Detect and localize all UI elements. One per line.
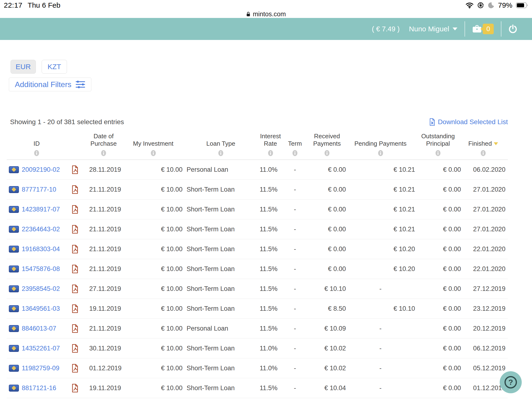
pdf-document-icon[interactable] bbox=[71, 185, 78, 194]
portfolio-button[interactable]: 0 bbox=[472, 24, 494, 34]
info-icon[interactable] bbox=[324, 150, 330, 156]
cell-finished: 27.01.2020 bbox=[461, 200, 506, 219]
cell-my-investment: € 10.00 bbox=[124, 239, 183, 259]
download-selected-list-link[interactable]: Download Selected List bbox=[429, 118, 508, 126]
cell-agreement bbox=[66, 338, 83, 358]
cell-interest-rate: 11.5% bbox=[259, 180, 282, 199]
cell-outstanding-principal: € 0.00 bbox=[415, 299, 461, 318]
cell-date-of-purchase: 21.11.2019 bbox=[83, 239, 124, 259]
cell-pending-payments: - bbox=[346, 279, 415, 298]
loan-id-link[interactable]: 14352261-07 bbox=[22, 345, 60, 352]
info-icon[interactable] bbox=[268, 150, 273, 156]
cell-agreement bbox=[66, 200, 83, 219]
pdf-document-icon[interactable] bbox=[71, 364, 78, 373]
cell-my-investment: € 10.00 bbox=[124, 378, 183, 398]
cell-term: - bbox=[282, 279, 308, 298]
loan-id-link[interactable]: 22364643-02 bbox=[22, 226, 60, 233]
cell-term: - bbox=[282, 259, 308, 279]
user-menu[interactable]: Nuno Miguel bbox=[409, 25, 457, 33]
loan-id-link[interactable]: 19168303-04 bbox=[22, 245, 60, 253]
cell-id: 8846013-07 bbox=[7, 319, 66, 338]
cell-term: - bbox=[282, 160, 308, 179]
column-header-interest-rate[interactable]: InterestRate bbox=[259, 133, 282, 159]
loan-id-link[interactable]: 8817121-16 bbox=[22, 384, 56, 392]
investments-table: ID Date ofPurchase My Investment Loan Ty… bbox=[7, 133, 508, 398]
cell-finished: 01.12.2019 bbox=[461, 378, 506, 398]
pdf-document-icon[interactable] bbox=[71, 344, 78, 353]
cell-interest-rate: 11.0% bbox=[259, 160, 282, 179]
info-icon[interactable] bbox=[101, 150, 106, 156]
pdf-document-icon[interactable] bbox=[71, 165, 78, 174]
cell-agreement bbox=[66, 299, 83, 318]
cell-term: - bbox=[282, 200, 308, 219]
column-header-finished[interactable]: Finished bbox=[461, 133, 506, 159]
help-button[interactable]: ? bbox=[500, 371, 522, 393]
cell-term: - bbox=[282, 358, 308, 378]
column-header-date-of-purchase[interactable]: Date ofPurchase bbox=[83, 133, 124, 159]
pdf-document-icon[interactable] bbox=[71, 225, 78, 234]
info-icon[interactable] bbox=[481, 150, 486, 156]
pdf-document-icon[interactable] bbox=[71, 265, 78, 273]
loan-id-link[interactable]: 8777177-10 bbox=[22, 186, 56, 193]
loan-id-link[interactable]: 20092190-02 bbox=[22, 166, 60, 173]
cell-agreement bbox=[66, 358, 83, 378]
loan-id-link[interactable]: 15475876-08 bbox=[22, 265, 60, 273]
cell-loan-type: Short-Term Loan bbox=[183, 358, 259, 378]
cell-outstanding-principal: € 0.00 bbox=[415, 219, 461, 239]
currency-tab-eur[interactable]: EUR bbox=[11, 60, 36, 74]
cell-received-payments: € 8.50 bbox=[308, 299, 346, 318]
cell-interest-rate: 11.5% bbox=[259, 378, 282, 398]
cell-finished: 23.12.2019 bbox=[461, 299, 506, 318]
currency-tab-kzt[interactable]: KZT bbox=[42, 60, 67, 74]
cell-my-investment: € 10.00 bbox=[124, 200, 183, 219]
loan-id-link[interactable]: 8846013-07 bbox=[22, 325, 56, 332]
pdf-document-icon[interactable] bbox=[71, 304, 78, 313]
column-header-id[interactable]: ID bbox=[7, 133, 66, 159]
table-row: 20092190-02 28.11.2019 € 10.00 Personal … bbox=[7, 160, 508, 180]
cell-loan-type: Short-Term Loan bbox=[183, 219, 259, 239]
column-header-pending-payments[interactable]: Pending Payments bbox=[346, 133, 415, 159]
cell-date-of-purchase: 21.11.2019 bbox=[83, 200, 124, 219]
loan-id-link[interactable]: 13649561-03 bbox=[22, 305, 60, 312]
header-divider bbox=[501, 21, 501, 37]
loan-id-link[interactable]: 14238917-07 bbox=[22, 206, 60, 213]
download-label: Download Selected List bbox=[438, 118, 508, 126]
info-icon[interactable] bbox=[218, 150, 223, 156]
table-body: 20092190-02 28.11.2019 € 10.00 Personal … bbox=[7, 160, 508, 398]
logout-button[interactable] bbox=[509, 24, 517, 34]
user-name: Nuno Miguel bbox=[409, 25, 449, 33]
column-header-received-payments[interactable]: ReceivedPayments bbox=[308, 133, 346, 159]
cell-outstanding-principal: € 0.00 bbox=[415, 160, 461, 179]
cell-pending-payments: - bbox=[346, 358, 415, 378]
pdf-document-icon[interactable] bbox=[71, 285, 78, 293]
loan-id-link[interactable]: 23958545-02 bbox=[22, 285, 60, 292]
cell-pending-payments: € 10.20 bbox=[346, 259, 415, 279]
additional-filters-button[interactable]: Additional Filters bbox=[9, 77, 91, 91]
info-icon[interactable] bbox=[378, 150, 383, 156]
country-flag-icon bbox=[9, 305, 19, 312]
cell-term: - bbox=[282, 338, 308, 358]
url-text: mintos.com bbox=[253, 11, 286, 18]
column-header-term[interactable]: Term bbox=[282, 133, 308, 159]
cell-date-of-purchase: 21.11.2019 bbox=[83, 319, 124, 338]
pdf-document-icon[interactable] bbox=[71, 324, 78, 333]
country-flag-icon bbox=[9, 206, 19, 213]
column-header-loan-type[interactable]: Loan Type bbox=[183, 133, 259, 159]
pdf-document-icon[interactable] bbox=[71, 245, 78, 253]
table-row: 8846013-07 21.11.2019 € 10.00 Personal L… bbox=[7, 319, 508, 338]
pdf-document-icon[interactable] bbox=[71, 384, 78, 393]
info-icon[interactable] bbox=[435, 150, 441, 156]
cell-finished: 05.12.2019 bbox=[461, 358, 506, 378]
loan-id-link[interactable]: 11982759-09 bbox=[22, 365, 59, 372]
column-header-outstanding-principal[interactable]: OutstandingPrincipal bbox=[415, 133, 461, 159]
table-row: 14238917-07 21.11.2019 € 10.00 Short-Ter… bbox=[7, 200, 508, 219]
pdf-document-icon[interactable] bbox=[71, 205, 78, 214]
column-header-my-investment[interactable]: My Investment bbox=[124, 133, 183, 159]
cell-date-of-purchase: 30.11.2019 bbox=[83, 338, 124, 358]
info-icon[interactable] bbox=[34, 150, 39, 156]
address-bar[interactable]: mintos.com bbox=[0, 11, 532, 18]
info-icon[interactable] bbox=[292, 150, 298, 156]
table-row: 23958545-02 27.11.2019 € 10.00 Short-Ter… bbox=[7, 279, 508, 299]
cell-interest-rate: 11.0% bbox=[259, 338, 282, 358]
info-icon[interactable] bbox=[151, 150, 156, 156]
